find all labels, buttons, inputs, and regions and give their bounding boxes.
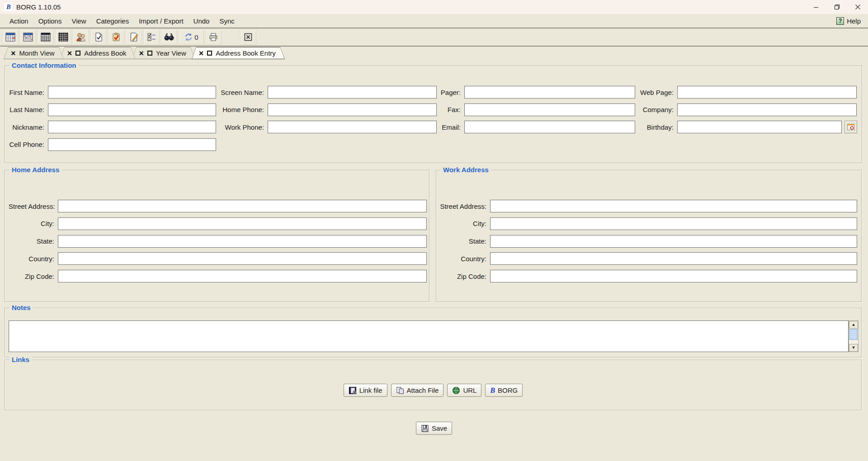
email-label: Email: <box>414 123 461 131</box>
home-country-label: Country: <box>9 255 54 263</box>
work-address-title: Work Address <box>441 166 491 174</box>
search-button[interactable] <box>161 29 177 45</box>
window-controls <box>806 0 868 14</box>
minimize-icon <box>813 5 819 10</box>
contact-information-title: Contact Information <box>9 61 79 69</box>
work-country-field[interactable] <box>490 252 857 265</box>
home-country-field[interactable] <box>58 252 427 265</box>
url-label: URL <box>463 386 476 394</box>
links-group: Links Link file Attach File URL B BORG <box>5 360 862 410</box>
link-file-button[interactable]: Link file <box>344 384 387 397</box>
new-appointment-button[interactable] <box>90 29 107 45</box>
web-page-field[interactable] <box>677 86 857 99</box>
tab-detach-icon[interactable] <box>75 51 80 56</box>
week-view-button[interactable] <box>20 29 36 45</box>
work-street-field[interactable] <box>490 200 857 212</box>
save-label: Save <box>432 424 447 432</box>
tab-detach-icon[interactable] <box>147 51 152 56</box>
scroll-up-button[interactable]: ▲ <box>849 321 858 329</box>
menu-import-export[interactable]: Import / Export <box>134 17 188 25</box>
scroll-down-button[interactable]: ▼ <box>849 344 858 352</box>
task-list-button[interactable] <box>126 29 142 45</box>
address-book-button[interactable] <box>73 29 89 45</box>
day-view-button[interactable] <box>38 29 54 45</box>
checklist-button[interactable] <box>143 29 160 45</box>
home-state-field[interactable] <box>58 235 427 248</box>
day-view-icon <box>41 33 51 42</box>
company-label: Company: <box>627 106 674 113</box>
tab-month-view[interactable]: × Month View <box>4 47 64 59</box>
menu-categories[interactable]: Categories <box>91 17 134 25</box>
restore-button[interactable] <box>826 0 847 14</box>
tab-address-book[interactable]: × Address Book <box>60 47 136 59</box>
todo-list-icon <box>112 33 121 42</box>
menu-help[interactable]: ? Help <box>836 17 863 25</box>
tab-close-icon[interactable]: × <box>67 49 72 57</box>
fax-field[interactable] <box>464 103 635 116</box>
menu-action[interactable]: Action <box>5 17 33 25</box>
exit-button[interactable] <box>240 29 256 45</box>
last-name-field[interactable] <box>48 103 216 116</box>
tab-close-icon[interactable]: × <box>199 49 204 57</box>
home-city-field[interactable] <box>58 217 427 230</box>
tab-close-icon[interactable]: × <box>139 49 144 57</box>
date-picker-icon <box>847 123 855 131</box>
menu-options[interactable]: Options <box>33 17 67 25</box>
work-address-group: Work Address Street Address: City: State… <box>436 170 862 302</box>
close-button[interactable] <box>847 0 868 14</box>
minimize-button[interactable] <box>806 0 826 14</box>
tab-address-book-entry[interactable]: × Address Book Entry <box>192 47 285 59</box>
year-view-button[interactable] <box>55 29 71 45</box>
menu-view[interactable]: View <box>66 17 91 25</box>
attach-file-button[interactable]: Attach File <box>391 384 444 397</box>
work-phone-field[interactable] <box>268 121 437 133</box>
links-title: Links <box>9 356 32 363</box>
save-button[interactable]: Save <box>416 422 452 435</box>
print-button[interactable] <box>205 29 222 45</box>
web-page-label: Web Page: <box>627 89 674 96</box>
print-icon <box>209 33 218 42</box>
birthday-field[interactable] <box>677 121 842 133</box>
borg-link-button[interactable]: B BORG <box>485 384 523 397</box>
scroll-thumb[interactable] <box>849 329 858 340</box>
home-street-field[interactable] <box>58 200 427 212</box>
first-name-field[interactable] <box>48 86 216 99</box>
cell-phone-label: Cell Phone: <box>5 141 44 148</box>
pager-field[interactable] <box>464 86 635 99</box>
notes-scrollbar[interactable]: ▲ ▼ <box>849 320 859 352</box>
home-zip-field[interactable] <box>58 270 427 282</box>
birthday-date-picker-button[interactable] <box>844 121 857 133</box>
tab-year-view[interactable]: × Year View <box>132 47 195 59</box>
borg-label: BORG <box>498 386 518 394</box>
menu-sync[interactable]: Sync <box>214 17 239 25</box>
sync-button[interactable]: 0 <box>179 29 204 45</box>
last-name-label: Last Name: <box>5 106 44 113</box>
work-city-field[interactable] <box>490 217 857 230</box>
home-phone-field[interactable] <box>268 103 437 116</box>
work-zip-field[interactable] <box>490 270 857 282</box>
screen-name-field[interactable] <box>268 86 437 99</box>
notes-title: Notes <box>9 304 33 311</box>
tab-close-icon[interactable]: × <box>11 49 16 57</box>
notes-field[interactable] <box>9 320 849 352</box>
scroll-track[interactable] <box>849 340 858 344</box>
tab-label: Address Book <box>84 49 126 57</box>
nickname-field[interactable] <box>48 121 216 133</box>
link-file-icon <box>349 386 357 395</box>
pager-label: Pager: <box>414 89 461 96</box>
home-address-group: Home Address Street Address: City: State… <box>5 170 429 302</box>
email-field[interactable] <box>464 121 635 133</box>
work-state-field[interactable] <box>490 235 857 248</box>
url-button[interactable]: URL <box>447 384 481 397</box>
menu-undo[interactable]: Undo <box>189 17 215 25</box>
exit-icon <box>244 33 253 42</box>
work-country-label: Country: <box>437 255 486 263</box>
home-city-label: City: <box>9 220 54 227</box>
todo-list-button[interactable] <box>108 29 124 45</box>
month-view-button[interactable] <box>2 29 19 45</box>
tab-detach-icon[interactable] <box>207 51 212 56</box>
new-appointment-icon <box>94 33 103 42</box>
company-field[interactable] <box>677 103 857 116</box>
restore-icon <box>834 4 840 10</box>
cell-phone-field[interactable] <box>48 138 216 151</box>
